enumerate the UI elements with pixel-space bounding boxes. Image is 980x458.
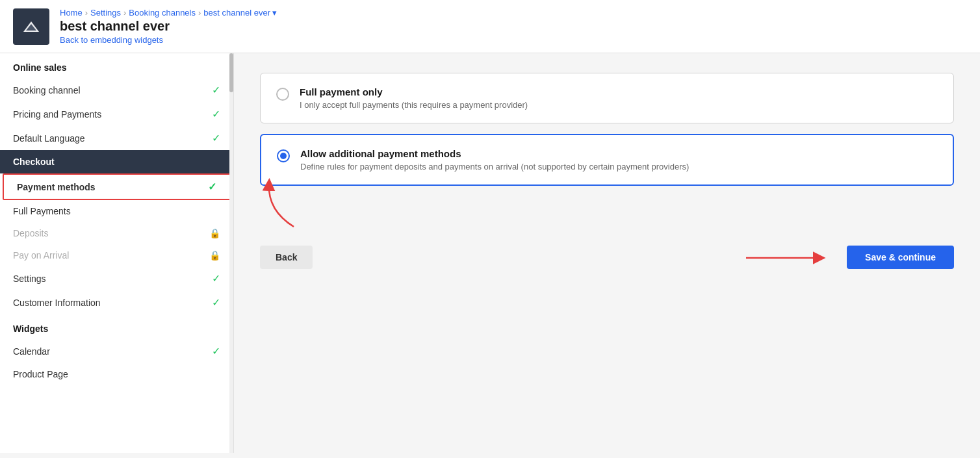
sidebar-section-online-sales: Online sales xyxy=(0,53,233,78)
sidebar-item-settings[interactable]: Settings ✓ xyxy=(0,266,233,290)
check-icon: ✓ xyxy=(212,272,220,285)
sidebar-item-booking-channel[interactable]: Booking channel ✓ xyxy=(0,78,233,102)
layout: Online sales Booking channel ✓ Pricing a… xyxy=(0,53,980,453)
save-continue-button[interactable]: Save & continue xyxy=(847,246,954,269)
breadcrumb: Home › Settings › Booking channels › bes… xyxy=(60,8,277,18)
back-button[interactable]: Back xyxy=(260,246,313,269)
check-icon: ✓ xyxy=(212,84,220,96)
sidebar-item-pay-on-arrival: Pay on Arrival 🔒 xyxy=(0,244,233,266)
arrow-spacer xyxy=(260,196,954,235)
lock-icon: 🔒 xyxy=(209,250,220,261)
chevron-down-icon: ▾ xyxy=(272,8,277,18)
sidebar: Online sales Booking channel ✓ Pricing a… xyxy=(0,53,234,453)
option-full-payment-desc: I only accept full payments (this requir… xyxy=(300,100,528,110)
scrollbar-thumb xyxy=(229,53,233,92)
annotation-arrow-2 xyxy=(746,242,837,274)
bottom-bar: Back Save & continue xyxy=(260,235,954,279)
sidebar-item-customer-information[interactable]: Customer Information ✓ xyxy=(0,290,233,314)
sidebar-item-default-language[interactable]: Default Language ✓ xyxy=(0,126,233,150)
option-full-payment[interactable]: Full payment only I only accept full pay… xyxy=(260,73,954,123)
option-additional-payments[interactable]: Allow additional payment methods Define … xyxy=(260,134,954,186)
radio-full-payment[interactable] xyxy=(276,88,289,101)
option-full-payment-title: Full payment only xyxy=(300,86,528,97)
sidebar-item-full-payments[interactable]: Full Payments xyxy=(0,200,233,222)
scrollbar-track[interactable] xyxy=(229,53,233,453)
sidebar-section-widgets: Widgets xyxy=(0,314,233,339)
breadcrumb-settings[interactable]: Settings xyxy=(90,8,121,18)
sidebar-item-pricing-payments[interactable]: Pricing and Payments ✓ xyxy=(0,102,233,126)
breadcrumb-booking-channels[interactable]: Booking channels xyxy=(129,8,196,18)
header: Home › Settings › Booking channels › bes… xyxy=(0,0,980,53)
header-info: Home › Settings › Booking channels › bes… xyxy=(60,8,277,45)
sidebar-item-deposits: Deposits 🔒 xyxy=(0,222,233,244)
sidebar-item-calendar[interactable]: Calendar ✓ xyxy=(0,339,233,363)
check-icon: ✓ xyxy=(212,132,220,144)
sidebar-item-product-page[interactable]: Product Page xyxy=(0,363,233,385)
option-additional-title: Allow additional payment methods xyxy=(300,148,689,159)
logo xyxy=(13,8,49,45)
sep2: › xyxy=(123,8,126,18)
sidebar-item-payment-methods[interactable]: Payment methods ✓ xyxy=(3,173,231,200)
sep3: › xyxy=(198,8,201,18)
main-content: Full payment only I only accept full pay… xyxy=(234,53,980,453)
breadcrumb-home[interactable]: Home xyxy=(60,8,83,18)
radio-dot xyxy=(280,153,287,159)
option-additional-desc: Define rules for payment deposits and pa… xyxy=(300,162,689,172)
check-icon: ✓ xyxy=(212,345,220,357)
radio-additional-payments[interactable] xyxy=(277,149,290,162)
channel-title: best channel ever xyxy=(60,19,277,34)
lock-icon: 🔒 xyxy=(209,228,220,238)
sep1: › xyxy=(85,8,88,18)
breadcrumb-current[interactable]: best channel ever ▾ xyxy=(203,8,277,18)
check-icon: ✓ xyxy=(208,181,216,193)
check-icon: ✓ xyxy=(212,296,220,309)
check-icon: ✓ xyxy=(212,108,220,120)
back-to-widgets-link[interactable]: Back to embedding widgets xyxy=(60,35,277,45)
sidebar-section-checkout: Checkout xyxy=(0,150,233,173)
